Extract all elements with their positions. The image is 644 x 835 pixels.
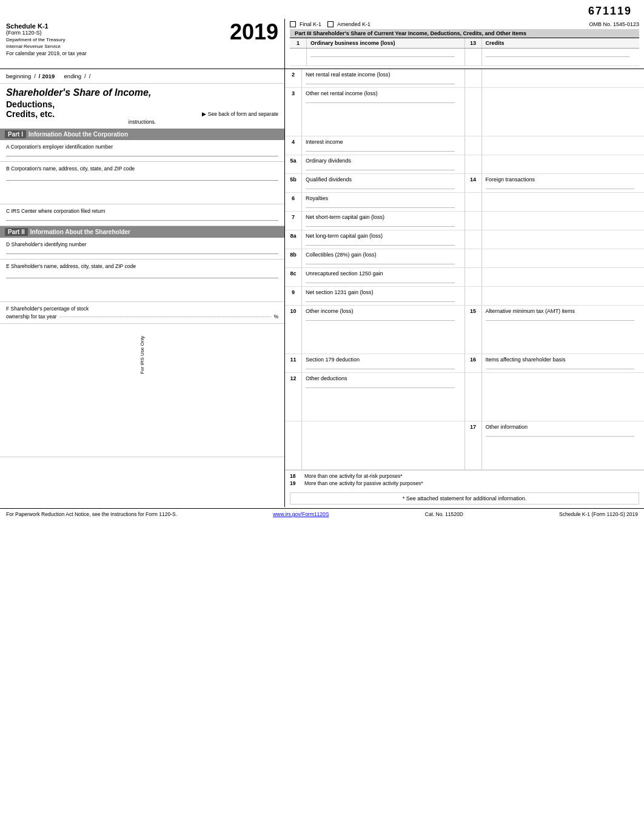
row-num2-4 [465,136,482,155]
website-link[interactable]: www.irs.gov/Form1120S [273,511,329,517]
field-d: D Shareholder's identifying number [0,238,284,260]
field-e-input[interactable] [6,272,278,278]
row-num-10: 10 [285,306,302,354]
row-label-17-left [302,421,465,469]
row8c-left-input[interactable] [306,277,455,283]
part-i-header: Part I Information About the Corporation [0,129,284,140]
row-num-11: 11 [285,354,302,372]
field-b: B Corporation's name, address, city, sta… [0,162,284,204]
part-ii-header: Part II Information About the Shareholde… [0,226,284,238]
row-label-3: Other net rental income (loss) [302,88,465,136]
row5b-left-input[interactable] [306,183,455,189]
row-num2-3 [465,88,482,136]
row-num2-9 [465,287,482,305]
table-row: 8c Unrecaptured section 1250 gain [285,268,644,287]
field-b-label: B Corporation's name, address, city, sta… [6,166,278,172]
row1-right-input[interactable] [486,50,630,57]
form-number: 671119 [0,0,644,19]
row-label-2: Net rental real estate income (loss) [302,69,465,87]
row4-left-input[interactable] [306,145,455,152]
row17-right-input[interactable] [486,430,635,437]
field-c-input[interactable] [6,214,278,221]
amended-k1-label: Amended K-1 [337,21,371,27]
footer: For Paperwork Reduction Act Notice, see … [0,508,644,520]
main-layout: beginning / / 2019 ending / / Shareholde… [0,69,644,507]
row-label-6: Royalties [302,193,465,211]
row1-left-input[interactable] [310,50,455,57]
table-row: 6 Royalties [285,193,644,212]
beginning-label: beginning [6,73,31,79]
field-f-label: F Shareholder's percentage of stock [6,306,89,312]
row-label-8c: Unrecaptured section 1250 gain [302,268,465,286]
row5b-right-input[interactable] [486,183,635,189]
table-row: 5b Qualified dividends 14 Foreign transa… [285,174,644,193]
row10-left-input[interactable] [306,314,455,321]
row-label-7: Net short-term capital gain (loss) [302,212,465,230]
row8a-left-input[interactable] [306,239,455,246]
omb-number: OMB No. 1545-0123 [589,21,639,27]
row-num2-8c [465,268,482,286]
row-num2-10: 15 [465,306,482,354]
table-row: 8b Collectibles (28%) gain (loss) [285,249,644,268]
row10-right-input[interactable] [486,314,635,321]
form-subtitle: (Form 1120-S) [6,30,65,36]
col-label-header: Ordinary business income (loss) [307,38,465,48]
left-panel: beginning / / 2019 ending / / Shareholde… [0,69,285,507]
row-num-18: 18 [290,473,302,479]
row-num-5b: 5b [285,174,302,192]
col-header-row: 1 Ordinary business income (loss) 13 Cre… [290,38,639,49]
field-a-label: A Corporation's employer identification … [6,144,278,150]
col-label2-header: Credits [482,38,640,48]
ownership-label: ownership for tax year [6,314,57,320]
table-row: 17 Other information [285,421,644,470]
row11-right-input[interactable] [486,363,635,369]
row5a-left-input[interactable] [306,164,455,170]
row12-left-input[interactable] [306,381,455,388]
shareholder-share-title: Shareholder's Share of Income, [0,84,284,99]
table-row: 11 Section 179 deduction 16 Items affect… [285,354,644,373]
row8b-left-input[interactable] [306,258,455,264]
row-label2-8a [482,230,645,249]
row-label2-4 [482,136,645,155]
final-k1-checkbox[interactable] [290,21,296,27]
row9-left-input[interactable] [306,295,455,302]
row3-left-input[interactable] [306,96,455,103]
field-e: E Shareholder's name, address, city, sta… [0,260,284,302]
row-num-8a: 8a [285,230,302,249]
row-label2-3 [482,88,645,136]
part-i-num: Part I [5,130,26,138]
row-num-6: 6 [285,193,302,211]
row-num2-5a [465,155,482,173]
row-label2-5b: Foreign transactions [482,174,645,192]
table-row: 7 Net short-term capital gain (loss) [285,212,644,230]
field-a: A Corporation's employer identification … [0,140,284,162]
row-label-8a: Net long-term capital gain (loss) [302,230,465,249]
row7-left-input[interactable] [306,220,455,227]
deductions-label: Deductions, [0,99,284,109]
row-num-17-left [285,421,302,469]
table-row: 3 Other net rental income (loss) [285,88,644,136]
field-a-input[interactable] [6,150,278,156]
row-num-8b: 8b [285,249,302,267]
row11-left-input[interactable] [306,363,455,369]
row-num2-5b: 14 [465,174,482,192]
field-f: F Shareholder's percentage of stock owne… [0,302,284,324]
amended-k1-checkbox[interactable] [327,21,334,27]
cat-label: Cat. No. 11520D [425,511,463,517]
field-e-label: E Shareholder's name, address, city, sta… [6,263,278,269]
row-num2-8a [465,230,482,249]
field-d-input[interactable] [6,247,278,254]
row-label2-6 [482,193,645,211]
row-label2-12 [482,373,645,421]
row6-left-input[interactable] [306,201,455,208]
field-d-label: D Shareholder's identifying number [6,241,278,247]
schedule-footer-label: Schedule K-1 (Form 1120-S) 2019 [559,511,638,517]
row2-left-input[interactable] [306,78,455,84]
row-label-5b: Qualified dividends [302,174,465,192]
field-b-input[interactable] [6,174,278,181]
row-label-8b: Collectibles (28%) gain (loss) [302,249,465,267]
irs-use-only-text: For IRS Use Only [139,336,145,374]
big-blank-area: For IRS Use Only [0,324,284,457]
part-ii-num: Part II [5,228,28,236]
row-num2-12 [465,373,482,421]
